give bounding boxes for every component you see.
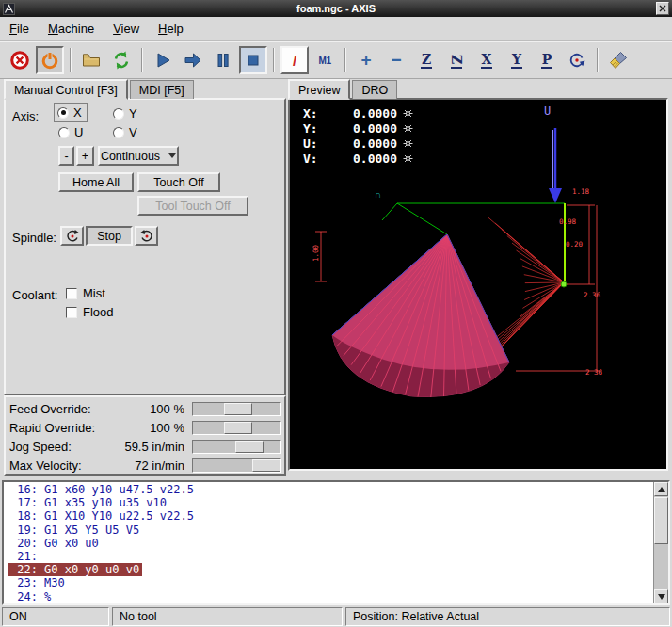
- rapid-override-slider[interactable]: [192, 421, 281, 435]
- toolbar-separator: [597, 48, 599, 72]
- gcode-line[interactable]: 18:G1 X10 Y10 u22.5 v22.5: [8, 509, 651, 522]
- spindle-ccw-icon: [65, 229, 80, 244]
- reload-file-button[interactable]: [107, 46, 136, 74]
- slider-thumb[interactable]: [235, 441, 264, 453]
- run-program-button[interactable]: [149, 46, 177, 74]
- manual-control-frame: Axis: X Y U V - +: [4, 98, 286, 395]
- max-velocity-value: 72 in/min: [109, 458, 192, 473]
- jog-minus-button[interactable]: -: [58, 146, 74, 166]
- spindle-ccw-button[interactable]: [60, 226, 84, 246]
- pause-button[interactable]: [209, 46, 237, 74]
- jog-speed-slider[interactable]: [192, 440, 281, 454]
- gcode-line[interactable]: 17:G1 x35 y10 u35 v10: [8, 496, 651, 509]
- axis-radio-y[interactable]: Y: [113, 106, 137, 121]
- gcode-line-current[interactable]: 22:G0 x0 y0 u0 v0: [8, 563, 651, 576]
- view-front-button[interactable]: Y: [503, 46, 531, 74]
- stop-button[interactable]: [239, 46, 267, 74]
- zoom-in-button[interactable]: +: [352, 46, 380, 74]
- zoom-out-button[interactable]: −: [382, 46, 410, 74]
- preview-canvas[interactable]: X: 0.0000 Y: 0.0000 U: 0.0000: [288, 98, 668, 471]
- homed-icon: [403, 138, 413, 149]
- machine-power-button[interactable]: [36, 46, 64, 74]
- spindle-cw-button[interactable]: [135, 226, 158, 246]
- dro-row-u: U: 0.0000: [303, 136, 413, 151]
- open-file-button[interactable]: [77, 46, 105, 74]
- menu-view[interactable]: View: [113, 22, 139, 36]
- jog-plus-button[interactable]: +: [76, 146, 94, 166]
- rapid-override-label: Rapid Override:: [9, 421, 109, 435]
- scroll-down-button[interactable]: [654, 589, 668, 603]
- view-perspective-icon: P: [541, 53, 553, 69]
- zoom-in-icon: +: [360, 52, 371, 69]
- override-frame: Feed Override: 100 % Rapid Override: 100…: [4, 395, 286, 476]
- open-folder-icon: [81, 50, 102, 71]
- axis-u-label: U: [544, 104, 551, 118]
- gcode-line[interactable]: 21:: [8, 550, 651, 563]
- stop-icon: [243, 50, 264, 71]
- gcode-line[interactable]: 19:G1 X5 Y5 U5 V5: [8, 523, 651, 537]
- optional-stop-icon: M1: [319, 56, 331, 66]
- max-velocity-slider[interactable]: [192, 458, 281, 473]
- skip-lines-icon: /: [293, 53, 296, 69]
- gcode-listing[interactable]: 16:G1 x60 y10 u47.5 v22.5 17:G1 x35 y10 …: [2, 480, 670, 605]
- view-perspective-button[interactable]: P: [533, 46, 561, 74]
- skip-lines-button[interactable]: /: [280, 46, 309, 74]
- spindle-stop-button[interactable]: Stop: [86, 226, 133, 246]
- window-title: foam.ngc - AXIS: [0, 3, 672, 14]
- scrollbar-thumb[interactable]: [654, 497, 668, 544]
- window-close-button[interactable]: [656, 2, 669, 15]
- step-line-button[interactable]: [179, 46, 207, 74]
- menu-machine[interactable]: Machine: [48, 22, 94, 36]
- tool-cell: No tool: [112, 607, 343, 626]
- axis-marker: ∩: [375, 189, 381, 200]
- rapid-override-row: Rapid Override: 100 %: [6, 418, 284, 437]
- homed-icon: [403, 153, 413, 164]
- dro-row-v: V: 0.0000: [303, 151, 413, 166]
- flood-checkbox[interactable]: Flood: [66, 305, 114, 319]
- slider-thumb[interactable]: [252, 459, 280, 472]
- axis-radio-u[interactable]: U: [58, 125, 83, 139]
- menu-file[interactable]: File: [9, 22, 29, 36]
- gcode-line[interactable]: 16:G1 x60 y10 u47.5 v22.5: [8, 483, 651, 496]
- menu-help[interactable]: Help: [158, 22, 184, 36]
- machine-state-cell: ON: [2, 607, 109, 626]
- view-side-button[interactable]: X: [472, 46, 501, 74]
- dim-label: 2 36: [585, 368, 603, 377]
- slider-thumb[interactable]: [224, 403, 252, 415]
- chevron-down-icon: [168, 153, 176, 158]
- tool-touch-off-button[interactable]: Tool Touch Off: [137, 196, 248, 216]
- reload-icon: [111, 50, 132, 71]
- max-velocity-row: Max Velocity: 72 in/min: [6, 456, 284, 474]
- mist-checkbox[interactable]: Mist: [66, 286, 105, 300]
- home-all-button[interactable]: Home All: [58, 172, 134, 192]
- mist-checkbox-box: [66, 288, 77, 299]
- tab-preview[interactable]: Preview: [288, 79, 350, 100]
- radio-u-indicator: [58, 127, 70, 138]
- dro-row-x: X: 0.0000: [303, 105, 413, 121]
- tab-mdi[interactable]: MDI [F5]: [130, 80, 194, 99]
- estop-button[interactable]: [6, 46, 34, 74]
- gcode-line[interactable]: 24:%: [8, 590, 651, 603]
- radio-v-indicator: [113, 127, 124, 138]
- axis-radio-v[interactable]: V: [113, 125, 137, 139]
- scroll-up-button[interactable]: [654, 482, 668, 496]
- tab-manual-control[interactable]: Manual Control [F3]: [4, 79, 128, 100]
- main-area: Manual Control [F3] MDI [F5] Axis: X Y U: [0, 79, 672, 476]
- view-rotated-top-button[interactable]: Z: [442, 46, 471, 74]
- jog-mode-select[interactable]: Continuous: [98, 146, 179, 166]
- slider-thumb[interactable]: [224, 422, 252, 434]
- tab-dro[interactable]: DRO: [352, 80, 397, 99]
- gcode-scrollbar[interactable]: [653, 482, 668, 603]
- optional-stop-button[interactable]: M1: [311, 46, 339, 74]
- view-top-button[interactable]: Z: [412, 46, 440, 74]
- gcode-line[interactable]: 23:M30: [8, 576, 651, 589]
- touch-off-button[interactable]: Touch Off: [137, 172, 220, 192]
- feed-override-slider[interactable]: [192, 402, 281, 416]
- clear-plot-button[interactable]: [604, 46, 632, 74]
- axis-radio-x[interactable]: X: [55, 104, 87, 121]
- toolbar-separator: [141, 48, 143, 72]
- feed-override-value: 100 %: [109, 402, 192, 416]
- statusbar: ON No tool Position: Relative Actual: [2, 607, 670, 626]
- rotate-view-button[interactable]: [563, 46, 591, 74]
- gcode-line[interactable]: 20:G0 x0 u0: [8, 537, 651, 550]
